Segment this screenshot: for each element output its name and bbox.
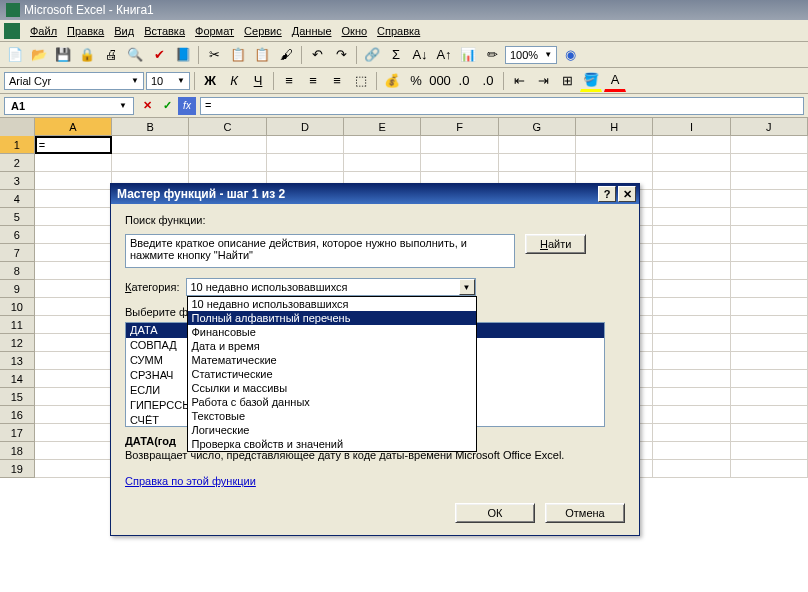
cell[interactable]	[35, 352, 112, 370]
cell[interactable]	[189, 154, 266, 172]
autosum-button[interactable]: Σ	[385, 44, 407, 66]
col-header-G[interactable]: G	[499, 118, 576, 135]
cell[interactable]	[653, 280, 730, 298]
category-option[interactable]: Проверка свойств и значений	[188, 437, 476, 451]
col-header-C[interactable]: C	[189, 118, 266, 135]
row-header-8[interactable]: 8	[0, 262, 35, 280]
cell[interactable]	[731, 136, 808, 154]
cell[interactable]	[731, 172, 808, 190]
category-option[interactable]: Работа с базой данных	[188, 395, 476, 409]
category-option[interactable]: Текстовые	[188, 409, 476, 423]
cell[interactable]	[35, 172, 112, 190]
category-combo[interactable]: 10 недавно использовавшихся ▼ 10 недавно…	[186, 278, 476, 296]
save-button[interactable]: 💾	[52, 44, 74, 66]
menu-edit[interactable]: Правка	[67, 25, 104, 37]
cell[interactable]	[731, 460, 808, 478]
cell[interactable]	[653, 226, 730, 244]
permission-button[interactable]: 🔒	[76, 44, 98, 66]
cell[interactable]	[35, 244, 112, 262]
comma-button[interactable]: 000	[429, 70, 451, 92]
cell[interactable]	[653, 460, 730, 478]
research-button[interactable]: 📘	[172, 44, 194, 66]
cell[interactable]	[35, 316, 112, 334]
cell[interactable]	[653, 136, 730, 154]
cell[interactable]	[731, 424, 808, 442]
category-option[interactable]: Полный алфавитный перечень	[188, 311, 476, 325]
sort-desc-button[interactable]: A↑	[433, 44, 455, 66]
col-header-D[interactable]: D	[267, 118, 344, 135]
dialog-close-button[interactable]: ✕	[618, 186, 636, 202]
cell[interactable]	[653, 262, 730, 280]
cell[interactable]	[35, 334, 112, 352]
menu-help[interactable]: Справка	[377, 25, 420, 37]
col-header-H[interactable]: H	[576, 118, 653, 135]
row-header-16[interactable]: 16	[0, 406, 35, 424]
cell[interactable]	[653, 424, 730, 442]
preview-button[interactable]: 🔍	[124, 44, 146, 66]
cell[interactable]	[35, 460, 112, 478]
row-header-2[interactable]: 2	[0, 154, 35, 172]
cell[interactable]	[112, 154, 189, 172]
cell[interactable]	[35, 442, 112, 460]
inc-indent-button[interactable]: ⇥	[532, 70, 554, 92]
cell[interactable]	[731, 154, 808, 172]
row-header-13[interactable]: 13	[0, 352, 35, 370]
help-button[interactable]: ◉	[559, 44, 581, 66]
menu-data[interactable]: Данные	[292, 25, 332, 37]
align-right-button[interactable]: ≡	[326, 70, 348, 92]
cell[interactable]	[653, 208, 730, 226]
cell[interactable]	[731, 262, 808, 280]
name-box[interactable]: A1▼	[4, 97, 134, 115]
cell[interactable]	[653, 154, 730, 172]
sort-asc-button[interactable]: A↓	[409, 44, 431, 66]
fontsize-combo[interactable]: 10▼	[146, 72, 190, 90]
dialog-titlebar[interactable]: Мастер функций - шаг 1 из 2 ? ✕	[111, 184, 639, 204]
category-option[interactable]: Дата и время	[188, 339, 476, 353]
merge-button[interactable]: ⬚	[350, 70, 372, 92]
cell[interactable]	[731, 280, 808, 298]
category-option[interactable]: Математические	[188, 353, 476, 367]
col-header-J[interactable]: J	[731, 118, 808, 135]
cell[interactable]	[731, 388, 808, 406]
row-header-14[interactable]: 14	[0, 370, 35, 388]
find-button[interactable]: Найти	[525, 234, 586, 254]
zoom-combo[interactable]: 100%▼	[505, 46, 557, 64]
cancel-formula-button[interactable]: ✕	[138, 97, 156, 115]
cell[interactable]	[35, 226, 112, 244]
cell[interactable]	[653, 316, 730, 334]
cell[interactable]	[35, 388, 112, 406]
cell[interactable]	[35, 262, 112, 280]
font-color-button[interactable]: A	[604, 70, 626, 92]
enter-formula-button[interactable]: ✓	[158, 97, 176, 115]
dialog-help-button[interactable]: ?	[598, 186, 616, 202]
row-header-17[interactable]: 17	[0, 424, 35, 442]
cell[interactable]	[731, 442, 808, 460]
col-header-B[interactable]: B	[112, 118, 189, 135]
cell[interactable]	[499, 154, 576, 172]
cell[interactable]	[35, 190, 112, 208]
undo-button[interactable]: ↶	[306, 44, 328, 66]
row-header-12[interactable]: 12	[0, 334, 35, 352]
cell[interactable]	[653, 370, 730, 388]
help-link[interactable]: Справка по этой функции	[125, 475, 256, 487]
select-all-corner[interactable]	[0, 118, 35, 136]
menu-service[interactable]: Сервис	[244, 25, 282, 37]
cell[interactable]	[189, 136, 266, 154]
cell[interactable]	[653, 406, 730, 424]
category-option[interactable]: Статистические	[188, 367, 476, 381]
cell[interactable]	[653, 172, 730, 190]
cell[interactable]	[731, 334, 808, 352]
paste-button[interactable]: 📋	[251, 44, 273, 66]
row-header-1[interactable]: 1	[0, 136, 35, 154]
cell[interactable]	[731, 190, 808, 208]
cell[interactable]	[731, 208, 808, 226]
inc-decimal-button[interactable]: .0	[453, 70, 475, 92]
new-button[interactable]: 📄	[4, 44, 26, 66]
font-combo[interactable]: Arial Cyr▼	[4, 72, 144, 90]
menu-format[interactable]: Формат	[195, 25, 234, 37]
cell[interactable]	[35, 406, 112, 424]
search-input[interactable]: Введите краткое описание действия, котор…	[125, 234, 515, 268]
cell[interactable]	[653, 352, 730, 370]
cell[interactable]	[421, 154, 498, 172]
menu-view[interactable]: Вид	[114, 25, 134, 37]
